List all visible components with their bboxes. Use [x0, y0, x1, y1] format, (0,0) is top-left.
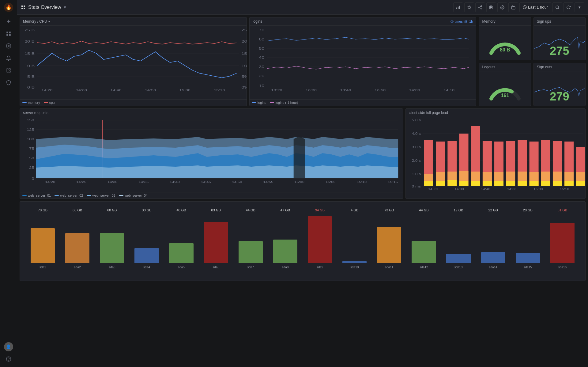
sda12-value: 44 GB [419, 208, 428, 212]
disk-bar-sda14: 22 GB sda14 [476, 213, 511, 269]
bar-chart-icon [456, 5, 460, 9]
sda6-bar [204, 222, 228, 263]
ws4-dot [119, 195, 123, 196]
disk-bar-sda12: 44 GB sda12 [406, 213, 441, 269]
logins-legend-dot [252, 102, 256, 103]
tv-icon [511, 5, 515, 9]
svg-rect-4 [6, 32, 8, 33]
svg-rect-145 [483, 181, 492, 186]
svg-rect-144 [483, 172, 492, 181]
signups-value: 275 [550, 44, 569, 58]
sidebar-item-help[interactable] [2, 354, 15, 365]
signups-header: Sign ups [534, 17, 585, 26]
disk-bar-sda15: 20 GB sda15 [511, 213, 545, 269]
svg-text:60: 60 [259, 38, 264, 41]
logins-legend: logins logins (-1 hour) [250, 99, 476, 106]
sda14-name: sda14 [489, 266, 497, 269]
legend-memory: memory [22, 101, 40, 104]
memory-cpu-svg: 25 B 20 B 15 B 10 B 5 B 0 B 25% 20% 15% … [20, 26, 247, 92]
disk-bar-sda3: 60 GB sda3 [95, 213, 129, 269]
server-requests-panel: server requests 150 125 100 75 50 25 0 [20, 108, 403, 199]
legend-ws4: web_server_04 [119, 194, 148, 197]
svg-text:15:10: 15:10 [357, 180, 367, 184]
sda10-value: 4 GB [351, 208, 358, 212]
save-button[interactable] [486, 2, 496, 12]
chart-type-button[interactable] [453, 2, 463, 12]
logouts-gauge-svg: 161 [487, 76, 523, 102]
sda16-name: sda16 [558, 266, 567, 269]
svg-text:5.0 s: 5.0 s [412, 119, 421, 122]
memory-cpu-header: Memory / CPU ▾ [20, 17, 247, 26]
sda11-value: 73 GB [384, 208, 394, 212]
zoom-out-button[interactable] [552, 2, 562, 12]
page-load-panel: client side full page load 5.0 s 4.0 s 3… [405, 108, 586, 199]
svg-text:0%: 0% [242, 86, 247, 89]
share-button[interactable] [475, 2, 485, 12]
search-minus-icon [555, 5, 560, 9]
sidebar-item-add[interactable] [2, 16, 15, 27]
svg-text:40: 40 [259, 56, 264, 59]
sidebar-item-settings[interactable] [2, 65, 15, 76]
app-logo[interactable]: 🔥 [4, 2, 13, 12]
sidebar-item-alerts[interactable] [2, 53, 15, 64]
ws2-label: web_server_02 [60, 194, 83, 197]
refresh-dropdown-button[interactable]: ▾ [575, 2, 584, 12]
sda9-bar [308, 216, 332, 263]
svg-rect-16 [459, 6, 460, 9]
svg-text:50: 50 [259, 47, 264, 50]
svg-text:14:55: 14:55 [263, 180, 273, 184]
server-requests-legend: web_server_01 web_server_02 web_server_0… [20, 192, 403, 199]
signouts-content: 279 [534, 71, 585, 106]
sda8-value: 47 GB [281, 208, 290, 212]
svg-text:10 B: 10 B [24, 64, 35, 68]
svg-point-8 [8, 45, 9, 47]
sidebar-item-avatar[interactable]: 👤 [2, 341, 15, 352]
svg-rect-142 [471, 181, 480, 186]
svg-line-23 [480, 7, 481, 8]
svg-rect-169 [576, 181, 585, 186]
svg-point-20 [481, 6, 482, 7]
clock-small-icon [450, 20, 454, 23]
ws2-dot [55, 195, 59, 196]
svg-rect-162 [553, 172, 562, 181]
svg-text:0 ms: 0 ms [412, 185, 421, 188]
svg-text:14:30: 14:30 [107, 180, 118, 184]
memory-gauge: 80 B [479, 26, 530, 60]
svg-text:25%: 25% [242, 28, 247, 32]
memory-cpu-panel: Memory / CPU ▾ 25 B 20 B 15 B 10 B 5 B 0… [20, 17, 247, 106]
sda3-value: 60 GB [107, 208, 117, 212]
main-content: Stats Overview ▾ Last [17, 0, 588, 367]
svg-text:5%: 5% [242, 75, 247, 78]
memory-cpu-title[interactable]: Memory / CPU ▾ [23, 19, 50, 24]
legend-cpu-label: cpu [49, 101, 55, 104]
disk-bar-sda16: 81 GB sda16 [545, 213, 580, 269]
sidebar-item-shield[interactable] [2, 77, 15, 88]
refresh-button[interactable] [564, 2, 573, 12]
sda3-bar [100, 233, 124, 263]
sda6-value: 83 GB [211, 208, 221, 212]
sidebar-item-dashboard[interactable] [2, 28, 15, 39]
logins-chart: 70 60 50 40 30 20 10 13:2 [250, 26, 476, 99]
svg-text:14:50: 14:50 [507, 187, 517, 191]
page-title-chevron[interactable]: ▾ [64, 4, 66, 10]
sidebar-item-explore[interactable] [2, 40, 15, 51]
legend-logins-label: logins [258, 101, 266, 104]
svg-text:25 B: 25 B [24, 28, 35, 32]
settings-button[interactable] [497, 2, 507, 12]
sda11-bar [377, 227, 401, 263]
svg-text:15:15: 15:15 [388, 180, 398, 184]
disk-bar-sda10: 4 GB sda10 [337, 213, 372, 269]
svg-text:14:30: 14:30 [454, 187, 464, 191]
svg-text:5 B: 5 B [27, 75, 35, 78]
page-load-header: client side full page load [406, 109, 585, 117]
clock-icon [523, 5, 527, 9]
sda12-bar [412, 241, 436, 263]
tv-button[interactable] [508, 2, 518, 12]
svg-rect-136 [447, 180, 457, 186]
sda15-value: 20 GB [523, 208, 533, 212]
svg-text:15:00: 15:00 [179, 89, 191, 92]
star-button[interactable] [464, 2, 474, 12]
memory-header: Memory [479, 17, 530, 26]
time-range-button[interactable]: Last 1 hour [519, 2, 551, 12]
svg-text:15:10: 15:10 [560, 187, 569, 191]
